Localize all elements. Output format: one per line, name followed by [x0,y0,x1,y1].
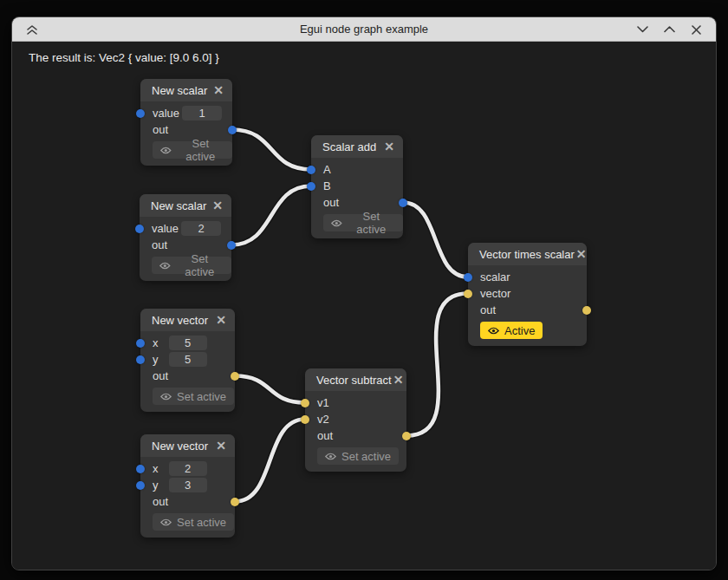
input-port[interactable] [136,355,145,364]
row-label: out [153,495,168,508]
row-label: B [323,179,331,192]
eye-icon [160,393,172,401]
input-port[interactable] [464,273,472,282]
input-port[interactable] [301,399,309,407]
close-node-icon[interactable]: ✕ [211,83,225,97]
set-active-button[interactable]: Set active [153,388,234,405]
node-row: out [140,368,235,384]
node-new-vector-1: New vector ✕ x 5 y 5 out [140,309,235,412]
output-port[interactable] [231,498,239,506]
close-node-icon[interactable]: ✕ [382,140,396,153]
input-port[interactable] [307,182,315,191]
node-body: x 5 y 5 out Set active [140,331,235,412]
row-label: y [153,353,159,366]
value-drag-field[interactable]: 2 [169,461,207,476]
set-active-button[interactable]: Set active [153,141,232,159]
node-header[interactable]: New vector ✕ [140,309,235,331]
set-active-button[interactable]: Set active [153,513,234,531]
node-title: New vector [152,440,214,453]
output-port[interactable] [231,372,239,381]
row-label: value [152,222,179,235]
close-window-button[interactable] [688,22,704,37]
node-body: A B out Set active [311,158,403,238]
connection-wire [235,376,305,403]
node-row: v2 [305,411,406,427]
node-header[interactable]: Vector subtract ✕ [305,368,406,391]
close-node-icon[interactable]: ✕ [211,199,224,212]
row-label: x [153,462,159,475]
input-port[interactable] [307,166,315,174]
input-port[interactable] [136,481,145,490]
input-port[interactable] [301,415,309,424]
maximize-button[interactable] [661,22,677,37]
set-active-button[interactable]: Set active [317,447,399,465]
row-label: x [153,336,159,349]
set-active-button[interactable]: Set active [152,257,231,274]
node-new-scalar-1: New scalar ✕ value 1 out Set active [140,79,232,166]
node-header[interactable]: New scalar ✕ [140,79,232,101]
input-port[interactable] [136,339,145,348]
close-node-icon[interactable]: ✕ [575,247,588,261]
value-drag-field[interactable]: 3 [169,478,207,492]
input-port[interactable] [464,290,472,298]
node-header[interactable]: New scalar ✕ [140,194,231,217]
row-label: vector [480,287,510,300]
close-node-icon[interactable]: ✕ [214,439,228,453]
connection-wire [406,294,468,436]
row-label: out [152,238,167,251]
input-port[interactable] [136,465,145,473]
row-label: out [153,123,168,136]
row-label: out [317,429,333,442]
eye-icon [159,262,171,270]
node-row: vector [468,285,587,302]
value-drag-field[interactable]: 2 [181,221,221,236]
node-header[interactable]: New vector ✕ [140,434,235,457]
input-port[interactable] [135,225,144,233]
node-graph-canvas[interactable]: The result is: Vec2 { value: [9.0 6.0] }… [12,42,716,570]
set-active-label: Set active [341,450,391,463]
node-row: value 2 [140,220,231,237]
row-label: scalar [480,270,510,283]
node-body: scalar vector out Active [468,265,587,346]
input-port[interactable] [136,109,145,118]
value-drag-field[interactable]: 5 [169,336,207,350]
close-node-icon[interactable]: ✕ [392,373,406,387]
node-body: value 1 out Set active [140,101,232,166]
output-port[interactable] [228,126,237,134]
node-title: Vector subtract [316,374,392,387]
minimize-button[interactable] [634,22,650,37]
output-port[interactable] [402,432,411,440]
node-row: A [311,161,403,178]
node-body: value 2 out Set active [140,217,231,281]
node-row: y 3 [140,477,235,493]
output-port[interactable] [399,199,407,207]
node-row: B [311,178,403,194]
active-button[interactable]: Active [480,322,543,339]
window-titlebar[interactable]: Egui node graph example [12,17,716,42]
active-label: Active [504,324,535,337]
node-header[interactable]: Vector times scalar ✕ [468,243,587,265]
output-port[interactable] [227,241,236,250]
node-row: out [305,427,406,444]
window-title: Egui node graph example [12,23,716,36]
row-label: v2 [317,413,329,426]
set-active-label: Set active [177,137,224,163]
x-icon [692,25,701,35]
row-label: out [480,303,496,316]
value-drag-field[interactable]: 5 [169,352,207,367]
close-node-icon[interactable]: ✕ [214,313,228,327]
row-label: A [323,163,331,176]
node-row: scalar [468,269,587,285]
output-port[interactable] [582,306,591,315]
chevron-up-icon [664,26,675,33]
node-scalar-add: Scalar add ✕ A B out Set active [311,135,403,238]
node-header[interactable]: Scalar add ✕ [311,135,403,158]
node-row: out [140,237,231,253]
set-active-button[interactable]: Set active [323,214,403,231]
wires-svg [12,42,716,570]
connection-wire [232,130,311,170]
eye-icon [325,453,336,460]
node-title: New vector [152,314,214,327]
row-label: y [153,479,159,492]
value-drag-field[interactable]: 1 [182,106,222,121]
